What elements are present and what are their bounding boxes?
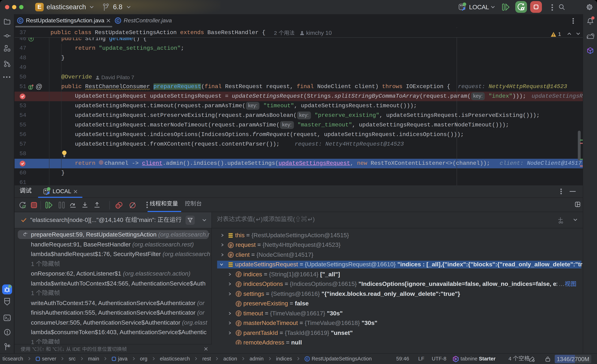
svg-text:p: p [229,243,232,247]
svg-text:p: p [229,253,232,257]
svg-text:C: C [306,357,308,361]
svg-text:C: C [19,18,22,23]
svg-text:C: C [117,18,119,23]
